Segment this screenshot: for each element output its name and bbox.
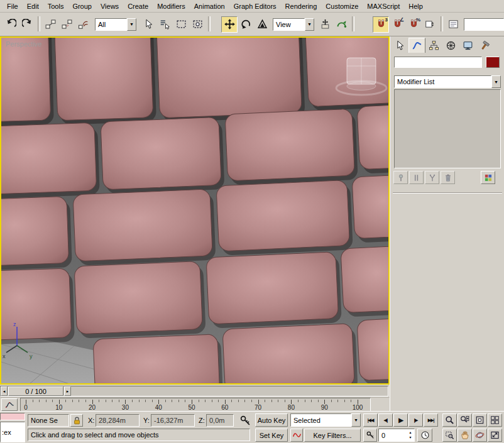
bind-to-space-warp-button[interactable] xyxy=(75,16,91,33)
select-and-scale-button[interactable] xyxy=(254,16,270,33)
zoom-region-button[interactable] xyxy=(442,429,457,442)
previous-frame-button[interactable]: ◀| xyxy=(378,413,393,427)
time-slider-next-arrow[interactable]: ▸ xyxy=(64,386,71,396)
zoom-extents-all-button[interactable] xyxy=(488,413,502,427)
go-to-end-button[interactable]: ▶▶| xyxy=(424,413,438,427)
time-slider-prev-arrow[interactable]: ◂ xyxy=(1,386,8,396)
brick[interactable] xyxy=(216,180,350,251)
brick[interactable] xyxy=(225,109,354,181)
tab-utilities[interactable] xyxy=(476,38,493,53)
menu-graph-editors[interactable]: Graph Editors xyxy=(229,1,281,11)
brick[interactable] xyxy=(357,317,388,381)
default-in-out-tangents-button[interactable] xyxy=(290,429,303,442)
brick[interactable] xyxy=(1,38,51,122)
angle-snap-toggle-button[interactable]: ∠ xyxy=(389,16,405,33)
reference-coordinate-system-dropdown[interactable]: View ▼ xyxy=(273,18,314,31)
selection-set-value[interactable]: Selected xyxy=(290,413,351,427)
brick[interactable] xyxy=(156,38,302,118)
menu-file[interactable]: File xyxy=(3,1,23,11)
menu-maxscript[interactable]: MAXScript xyxy=(363,1,404,11)
chevron-down-icon[interactable]: ▼ xyxy=(305,18,314,31)
brick[interactable] xyxy=(101,117,221,189)
use-pivot-point-center-button[interactable] xyxy=(317,16,333,33)
menu-edit[interactable]: Edit xyxy=(23,1,43,11)
viewport-3d-scene[interactable]: z x y Perspective xyxy=(1,38,388,383)
key-mode-toggle-button[interactable] xyxy=(363,429,377,442)
menu-modifiers[interactable]: Modifiers xyxy=(153,1,190,11)
select-and-manipulate-button[interactable] xyxy=(333,16,349,33)
select-and-move-button[interactable] xyxy=(221,16,238,33)
unlink-selection-button[interactable] xyxy=(58,16,75,33)
brick[interactable] xyxy=(222,324,354,383)
current-frame-value[interactable]: 0 xyxy=(379,432,407,439)
zoom-extents-button[interactable] xyxy=(473,413,487,427)
chevron-down-icon[interactable]: ▼ xyxy=(491,75,501,88)
edit-named-selection-sets-button[interactable] xyxy=(445,16,461,33)
menu-help[interactable]: Help xyxy=(404,1,427,11)
menu-animation[interactable]: Animation xyxy=(190,1,229,11)
select-and-rotate-button[interactable] xyxy=(238,16,254,33)
percent-snap-toggle-button[interactable]: % xyxy=(405,16,422,33)
tab-hierarchy[interactable] xyxy=(425,38,442,53)
rectangular-selection-region-button[interactable] xyxy=(173,16,189,33)
maxscript-mini-listener[interactable]: :ex xyxy=(0,422,25,442)
zoom-button[interactable] xyxy=(442,413,457,427)
tab-motion[interactable] xyxy=(442,38,459,53)
tab-create[interactable] xyxy=(392,38,408,53)
brick[interactable] xyxy=(1,268,72,341)
brick[interactable] xyxy=(93,334,220,383)
select-object-button[interactable] xyxy=(140,16,156,33)
menu-create[interactable]: Create xyxy=(123,1,153,11)
menu-group[interactable]: Group xyxy=(68,1,96,11)
perspective-viewport[interactable]: z x y Perspective xyxy=(0,36,390,385)
play-animation-button[interactable]: ▶ xyxy=(393,413,408,427)
spinner-down-icon[interactable]: ▾ xyxy=(409,435,411,440)
chevron-down-icon[interactable]: ▼ xyxy=(351,413,361,427)
selection-filter-value[interactable]: All xyxy=(95,18,127,31)
brick[interactable] xyxy=(357,104,388,170)
brick[interactable] xyxy=(206,252,339,324)
remove-modifier-button[interactable] xyxy=(441,171,455,184)
select-and-link-button[interactable] xyxy=(42,16,58,33)
modifier-list-dropdown[interactable]: Modifier List ▼ xyxy=(394,75,501,88)
undo-button[interactable] xyxy=(3,16,19,33)
brick[interactable] xyxy=(341,245,388,313)
maximize-viewport-toggle[interactable] xyxy=(488,429,502,442)
redo-button[interactable] xyxy=(19,16,35,33)
menu-customize[interactable]: Customize xyxy=(321,1,363,11)
spinner-up-icon[interactable]: ▴ xyxy=(409,430,411,435)
named-selection-sets-dropdown[interactable] xyxy=(464,18,504,31)
auto-key-button[interactable]: Auto Key xyxy=(255,413,288,427)
selection-lock-toggle[interactable] xyxy=(70,414,83,427)
pin-stack-button[interactable] xyxy=(393,171,408,184)
brick[interactable] xyxy=(54,38,153,121)
maxscript-macro-recorder-line[interactable] xyxy=(0,413,25,420)
time-configuration-button[interactable] xyxy=(417,429,432,442)
menu-views[interactable]: Views xyxy=(96,1,123,11)
object-color-swatch[interactable] xyxy=(486,57,500,68)
selection-set-dropdown[interactable]: Selected ▼ xyxy=(290,413,361,427)
current-frame-field[interactable]: 0 ▴ ▾ xyxy=(378,429,415,442)
named-selection-sets-value[interactable] xyxy=(464,18,504,31)
pan-view-button[interactable] xyxy=(457,429,472,442)
x-coordinate-field[interactable]: 28,284m xyxy=(96,414,140,427)
frame-spinner[interactable]: ▴ ▾ xyxy=(407,430,414,439)
brick[interactable] xyxy=(1,123,97,195)
modifier-list-value[interactable]: Modifier List xyxy=(394,75,491,88)
menu-rendering[interactable]: Rendering xyxy=(281,1,322,11)
set-key-button[interactable]: Set Key xyxy=(255,429,288,442)
modifier-stack-list[interactable] xyxy=(394,89,501,168)
menu-tools[interactable]: Tools xyxy=(43,1,68,11)
select-by-name-button[interactable] xyxy=(156,16,173,33)
z-coordinate-field[interactable]: 0,0m xyxy=(206,414,234,427)
show-end-result-button[interactable] xyxy=(409,171,424,184)
tab-display[interactable] xyxy=(459,38,476,53)
chevron-down-icon[interactable]: ▼ xyxy=(127,18,136,31)
brick[interactable] xyxy=(1,197,69,266)
time-slider-thumb[interactable]: 0 / 100 xyxy=(8,386,63,396)
arc-rotate-button[interactable] xyxy=(473,429,487,442)
coordinate-system-value[interactable]: View xyxy=(273,18,305,31)
go-to-start-button[interactable]: |◀◀ xyxy=(363,413,378,427)
configure-modifier-sets-button[interactable] xyxy=(481,171,495,184)
zoom-all-button[interactable] xyxy=(457,413,472,427)
